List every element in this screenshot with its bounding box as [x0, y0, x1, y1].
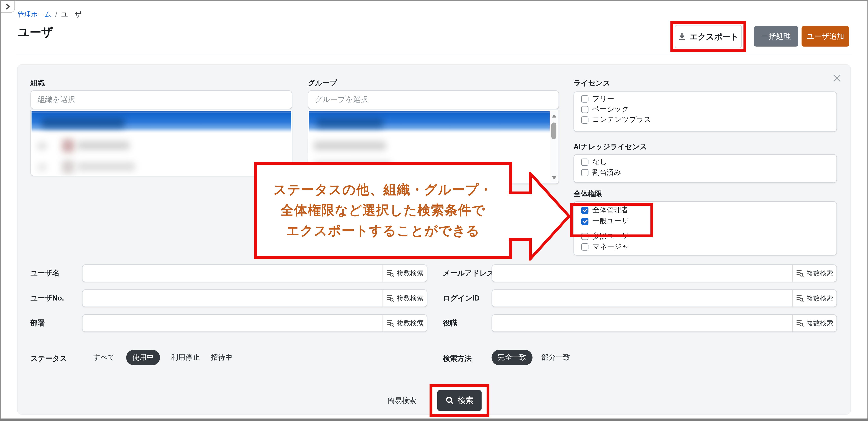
annotation-arrow [508, 172, 571, 263]
download-icon [678, 33, 686, 40]
org-listbox[interactable] [31, 110, 292, 176]
checkbox-icon[interactable] [581, 95, 589, 102]
org-label: 組織 [31, 78, 45, 88]
blurred-org-name [41, 118, 125, 128]
breadcrumb: 管理ホーム / ユーザ [18, 10, 82, 20]
match-option-exact-selected[interactable]: 完全一致 [492, 350, 532, 365]
close-icon[interactable] [831, 73, 842, 84]
license-option-contentplus[interactable]: コンテンツプラス [581, 115, 651, 124]
email-input[interactable]: 複数検索 [492, 264, 837, 282]
checkbox-icon[interactable] [581, 243, 589, 250]
status-option-active-selected[interactable]: 使用中 [126, 350, 160, 365]
permission-highlight-box [570, 203, 653, 237]
search-highlight-box: 検索 [430, 384, 489, 417]
multi-search-button[interactable]: 複数検索 [792, 290, 836, 306]
username-label: ユーザ名 [31, 264, 60, 282]
chevron-right-icon [4, 3, 11, 10]
multi-search-icon [796, 294, 804, 302]
ai-license-option-none[interactable]: なし [581, 157, 607, 166]
position-input[interactable]: 複数検索 [492, 314, 837, 332]
export-button[interactable]: エクスポート [675, 25, 742, 48]
multi-search-button[interactable]: 複数検索 [792, 265, 836, 282]
multi-search-button[interactable]: 複数検索 [382, 315, 427, 332]
license-option-free[interactable]: フリー [581, 94, 614, 103]
blurred-org-icon [62, 139, 74, 152]
checkbox-label: コンテンツプラス [592, 115, 651, 125]
user-admin-page: 管理ホーム / ユーザ ユーザ エクスポート 一括処理 ユーザ追加 組織 組織を… [0, 0, 868, 421]
scrollbar-thumb[interactable] [551, 122, 556, 139]
blurred-checkbox [38, 142, 46, 150]
multi-search-label: 複数検索 [807, 293, 833, 303]
checkbox-label: フリー [592, 94, 614, 104]
search-icon [445, 396, 454, 404]
userno-input[interactable]: 複数検索 [82, 289, 427, 307]
userno-label: ユーザNo. [31, 289, 64, 307]
license-option-basic[interactable]: ベーシック [581, 105, 629, 114]
scrollbar-up-icon[interactable] [552, 114, 556, 117]
status-option-invited[interactable]: 招待中 [211, 353, 232, 363]
loginid-label: ログインID [443, 289, 479, 307]
breadcrumb-current: ユーザ [61, 10, 82, 18]
group-selected-item[interactable] [309, 111, 550, 134]
org-selected-item[interactable] [32, 111, 291, 134]
group-select[interactable]: グループを選択 [308, 90, 559, 109]
annotation-line: ステータスの他、組織・グループ・ [273, 180, 493, 200]
blurred-checkbox [38, 164, 46, 171]
header-divider [17, 54, 851, 54]
checkbox-label: ベーシック [592, 104, 629, 114]
username-input[interactable]: 複数検索 [82, 264, 427, 282]
simple-search-link[interactable]: 簡易検索 [388, 396, 416, 406]
checkbox-icon[interactable] [581, 158, 589, 166]
search-button[interactable]: 検索 [437, 390, 482, 411]
bulk-action-button[interactable]: 一括処理 [754, 26, 798, 47]
checkbox-icon[interactable] [581, 106, 589, 113]
checkbox-label: マネージャ [592, 242, 629, 252]
export-highlight-box: エクスポート [670, 21, 746, 52]
multi-search-label: 複数検索 [397, 269, 424, 278]
email-label: メールアドレス [443, 264, 494, 282]
status-segmented-control: すべて 使用中 利用停止 招待中 [93, 350, 232, 365]
window-border-top [0, 0, 868, 1]
multi-search-label: 複数検索 [807, 318, 833, 328]
breadcrumb-separator: / [55, 10, 57, 18]
multi-search-icon [796, 319, 804, 327]
blurred-org-icon [62, 160, 74, 173]
status-option-suspended[interactable]: 利用停止 [171, 353, 200, 363]
page-title: ユーザ [18, 24, 53, 40]
multi-search-label: 複数検索 [807, 269, 833, 278]
blurred-group-name [317, 118, 383, 128]
department-input[interactable]: 複数検索 [82, 314, 427, 332]
status-option-all[interactable]: すべて [93, 353, 115, 363]
permission-label: 全体権限 [574, 189, 602, 199]
match-option-partial[interactable]: 部分一致 [541, 353, 570, 363]
multi-search-icon [386, 319, 394, 327]
permission-option-manager[interactable]: マネージャ [581, 242, 629, 251]
multi-search-icon [386, 294, 394, 302]
sidebar-expand-button[interactable] [1, 1, 14, 12]
blurred-org-name [78, 163, 135, 171]
org-select[interactable]: 組織を選択 [31, 90, 292, 109]
license-label: ライセンス [574, 78, 610, 88]
multi-search-button[interactable]: 複数検索 [792, 315, 836, 332]
multi-search-button[interactable]: 複数検索 [382, 290, 427, 306]
window-border-right [867, 0, 868, 421]
add-user-button[interactable]: ユーザ追加 [802, 26, 849, 47]
position-label: 役職 [443, 314, 457, 332]
multi-search-button[interactable]: 複数検索 [382, 265, 427, 282]
checkbox-icon[interactable] [581, 116, 589, 123]
ai-license-option-assigned[interactable]: 割当済み [581, 168, 621, 177]
multi-search-label: 複数検索 [397, 293, 424, 303]
search-button-label: 検索 [458, 395, 473, 405]
blurred-group-name [314, 141, 386, 150]
match-method-label: 検索方法 [443, 354, 472, 364]
checkbox-icon[interactable] [581, 169, 589, 176]
breadcrumb-home-link[interactable]: 管理ホーム [18, 10, 51, 18]
annotation-line: 全体権限など選択した検索条件で [281, 200, 486, 221]
group-label: グループ [308, 78, 337, 88]
match-segmented-control: 完全一致 部分一致 [492, 350, 570, 365]
blurred-org-name [78, 141, 130, 150]
multi-search-label: 複数検索 [397, 318, 424, 328]
multi-search-icon [386, 269, 394, 277]
loginid-input[interactable]: 複数検索 [492, 289, 837, 307]
department-label: 部署 [31, 314, 45, 332]
